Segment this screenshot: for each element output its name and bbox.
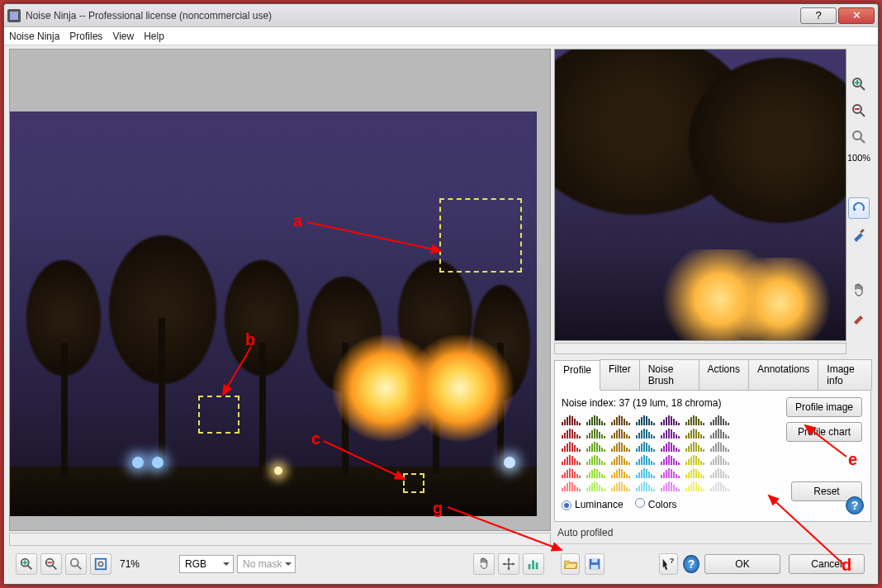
preview-zoom-in-icon[interactable] bbox=[848, 74, 870, 95]
cancel-button[interactable]: Cancel bbox=[789, 554, 865, 574]
svg-line-11 bbox=[78, 566, 82, 570]
brush-tool-icon[interactable] bbox=[848, 224, 870, 245]
zoom-fit-button[interactable] bbox=[90, 553, 111, 575]
svg-line-20 bbox=[861, 86, 865, 90]
help-button[interactable]: ? bbox=[800, 7, 837, 24]
noise-index-label: Noise index: bbox=[562, 397, 616, 409]
zoom-out-button[interactable] bbox=[40, 553, 62, 575]
profile-chart-button[interactable]: Profile chart bbox=[786, 422, 862, 442]
preview-scrollbar-horizontal[interactable] bbox=[554, 343, 846, 354]
svg-rect-28 bbox=[860, 229, 865, 234]
menu-profiles[interactable]: Profiles bbox=[69, 31, 102, 42]
noise-index-value: 37 (19 lum, 18 chroma) bbox=[619, 397, 721, 409]
menubar: Noise Ninja Profiles View Help bbox=[4, 27, 878, 45]
panel-tabs: Profile Filter Noise Brush Actions Annot… bbox=[554, 359, 871, 391]
mask-combo-value: No mask bbox=[243, 558, 282, 570]
tab-noise-brush[interactable]: Noise Brush bbox=[639, 359, 699, 390]
selection-box-b[interactable] bbox=[198, 396, 239, 434]
window-title: Noise Ninja -- Professional license (non… bbox=[26, 10, 272, 21]
main-canvas[interactable]: a b c bbox=[9, 49, 551, 531]
svg-point-13 bbox=[98, 562, 102, 566]
pan-tool-button[interactable] bbox=[473, 553, 495, 575]
right-panel: 100% Profile Filter Noise bbox=[552, 45, 878, 584]
bottom-toolbar: 71% RGB No mask bbox=[9, 546, 551, 582]
radio-colors[interactable]: Colors bbox=[635, 498, 677, 510]
tab-filter[interactable]: Filter bbox=[600, 359, 640, 390]
preview-zoom-label: 100% bbox=[847, 153, 870, 163]
menu-help[interactable]: Help bbox=[144, 31, 164, 42]
menu-noise-ninja[interactable]: Noise Ninja bbox=[9, 31, 59, 42]
app-window: Noise Ninja -- Professional license (non… bbox=[3, 3, 879, 585]
toggle-preview-button[interactable] bbox=[848, 197, 870, 219]
svg-rect-31 bbox=[591, 565, 599, 569]
zoomed-preview[interactable] bbox=[554, 49, 846, 341]
dialog-help-icon[interactable]: ? bbox=[683, 555, 699, 573]
zoom-level: 71% bbox=[120, 558, 140, 570]
tab-body-profile: Noise index: 37 (19 lum, 18 chroma) Lumi… bbox=[554, 391, 871, 522]
titlebar: Noise Ninja -- Professional license (non… bbox=[4, 4, 878, 27]
open-profile-button[interactable] bbox=[561, 553, 580, 575]
profile-image-button[interactable]: Profile image bbox=[786, 397, 862, 417]
main-scrollbar-horizontal[interactable] bbox=[9, 533, 551, 546]
panel-help-icon[interactable]: ? bbox=[846, 496, 864, 514]
move-tool-button[interactable] bbox=[498, 553, 519, 575]
preview-zoom-reset-icon[interactable] bbox=[848, 126, 870, 148]
bottom-actions: ? ? OK Cancel bbox=[554, 546, 871, 582]
svg-point-10 bbox=[71, 559, 78, 567]
tab-image-info[interactable]: Image info bbox=[818, 359, 872, 390]
svg-line-4 bbox=[28, 566, 32, 570]
tab-annotations[interactable]: Annotations bbox=[748, 359, 818, 390]
svg-rect-30 bbox=[592, 559, 598, 563]
selection-box-c[interactable] bbox=[403, 473, 424, 493]
ok-button[interactable]: OK bbox=[704, 554, 780, 574]
svg-rect-16 bbox=[529, 564, 531, 569]
channel-combo-value: RGB bbox=[185, 558, 206, 570]
svg-line-8 bbox=[53, 566, 57, 570]
tab-profile[interactable]: Profile bbox=[554, 360, 600, 391]
svg-rect-18 bbox=[536, 562, 538, 569]
mask-combo[interactable]: No mask bbox=[237, 555, 296, 573]
preview-zoom-out-icon[interactable] bbox=[848, 100, 870, 121]
zoom-in-button[interactable] bbox=[16, 553, 37, 575]
app-icon bbox=[7, 9, 21, 22]
selection-box-a[interactable] bbox=[439, 198, 522, 273]
whats-this-button[interactable]: ? bbox=[659, 553, 678, 575]
svg-line-24 bbox=[861, 112, 865, 116]
close-button[interactable]: ✕ bbox=[838, 7, 875, 24]
hand-tool-icon[interactable] bbox=[848, 280, 870, 301]
tab-actions[interactable]: Actions bbox=[699, 359, 749, 390]
radio-luminance[interactable]: Luminance bbox=[562, 499, 624, 510]
svg-text:?: ? bbox=[670, 557, 675, 565]
status-text: Auto profiled bbox=[554, 522, 871, 542]
sidebar-tools: 100% bbox=[846, 74, 871, 328]
zoom-reset-button[interactable] bbox=[65, 553, 87, 575]
menu-view[interactable]: View bbox=[112, 31, 134, 42]
image-preview bbox=[10, 111, 537, 516]
channel-combo[interactable]: RGB bbox=[179, 555, 234, 573]
save-profile-button[interactable] bbox=[585, 553, 604, 575]
eyedropper-brush-icon[interactable] bbox=[848, 306, 870, 328]
svg-line-27 bbox=[861, 139, 865, 143]
svg-rect-12 bbox=[96, 559, 107, 570]
svg-rect-17 bbox=[532, 561, 534, 570]
histogram-button[interactable] bbox=[523, 553, 544, 575]
svg-point-26 bbox=[853, 131, 861, 140]
